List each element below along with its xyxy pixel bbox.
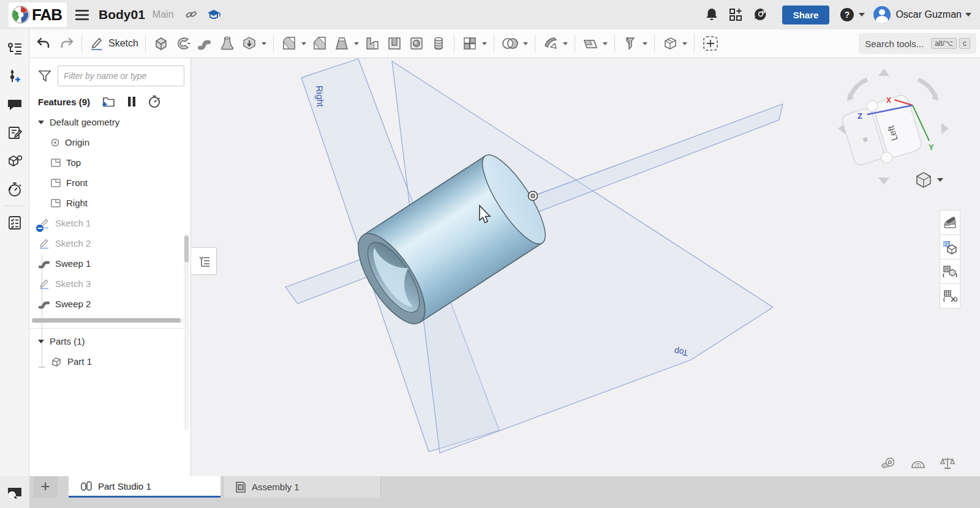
rib-tool-button[interactable] [361,33,383,54]
revolve-tool-button[interactable] [172,33,194,54]
tab-assembly-1[interactable]: Assembly 1 [223,476,381,498]
document-title[interactable]: Body01 [99,7,145,22]
tape-measure-icon[interactable] [881,457,897,470]
chevron-down-icon[interactable] [38,121,44,124]
sketch-icon [38,217,50,230]
tree-item-front-plane[interactable]: Front [29,173,190,193]
checklist-icon[interactable] [0,209,29,237]
shell-tool-button[interactable] [383,33,405,54]
boolean-menu-caret[interactable] [523,42,528,45]
user-name[interactable]: Oscar Guzman [895,9,962,20]
extrude-tool-button[interactable] [150,33,172,54]
help-caret-icon[interactable] [859,13,865,17]
app-logo[interactable]: FAB [9,2,67,27]
tree-item-origin[interactable]: Origin [29,132,190,152]
boolean-tool-button[interactable] [499,34,522,53]
filter-input[interactable] [58,65,184,86]
learning-center-icon[interactable] [207,9,221,21]
chevron-down-icon[interactable] [38,340,44,343]
suppress-pause-icon[interactable] [127,95,137,108]
view-mode-button[interactable] [917,173,943,187]
apps-grid-icon[interactable] [728,7,743,22]
frame-tool-button[interactable] [659,33,681,54]
undo-button[interactable] [33,35,53,52]
tree-item-right-plane[interactable]: Right [29,193,190,213]
tab-search-button[interactable] [0,476,29,508]
user-menu-caret-icon[interactable] [965,13,971,17]
left-rail [0,29,29,508]
tree-group-default-geometry[interactable]: Default geometry [29,112,190,132]
regen-stopwatch-icon[interactable] [148,95,161,108]
tree-item-top-plane[interactable]: Top [29,152,190,173]
history-stopwatch-icon[interactable] [0,175,29,203]
sheet-metal-tool-button[interactable] [619,33,641,54]
tree-item-sweep-1[interactable]: Sweep 1 [29,253,190,274]
graphics-viewport[interactable]: Right Top [191,58,980,476]
linear-pattern-tool-button[interactable] [428,33,450,54]
add-tab-button[interactable]: + [33,476,58,498]
feature-tree-icon[interactable] [0,34,29,62]
loft-tool-button[interactable] [216,33,238,54]
versions-icon[interactable] [0,62,29,91]
user-avatar[interactable] [873,6,891,23]
protractor-icon[interactable] [910,457,926,470]
configured-features-button[interactable] [940,259,960,284]
tree-item-sketch-1[interactable]: Sketch 1 [29,213,190,233]
tree-item-sweep-2[interactable]: Sweep 2 [29,294,190,314]
plane-menu-caret[interactable] [603,42,608,45]
fillet-tool-button[interactable] [278,33,300,54]
tree-group-parts[interactable]: Parts (1) [29,331,190,351]
copy-link-icon[interactable] [185,9,197,21]
help-icon[interactable]: ? [839,7,855,23]
pattern-tool-button[interactable] [459,33,481,54]
main-menu-button[interactable] [75,10,89,20]
view-cube[interactable]: Left ⊞ X Z Y [838,69,949,185]
modify-face-menu-caret[interactable] [563,42,568,45]
hole-tool-button[interactable] [405,33,428,54]
redo-button[interactable] [58,35,77,52]
configured-properties-button[interactable] [940,283,960,308]
thicken-menu-caret[interactable] [262,42,266,45]
new-folder-icon[interactable] [101,95,116,108]
comments-icon[interactable] [0,91,29,119]
tab-part-studio-1[interactable]: Part Studio 1 [69,476,221,498]
ai-assistant-icon[interactable] [753,7,767,22]
configurations-panel-button[interactable] [940,234,960,260]
share-button[interactable]: Share [782,6,830,24]
draft-tool-button[interactable] [331,33,353,54]
tree-list-icon [197,254,211,269]
workspace-name[interactable]: Main [153,9,174,20]
filter-funnel-icon[interactable] [38,70,51,82]
sheet-metal-menu-caret[interactable] [643,42,647,45]
tree-item-sketch-2[interactable]: Sketch 2 [29,233,190,253]
tree-horizontal-scrollbar[interactable] [32,318,186,323]
mass-properties-scale-icon[interactable] [940,457,956,470]
custom-feature-button[interactable] [699,32,722,54]
fillet-menu-caret[interactable] [301,42,306,45]
plane-tool-button[interactable] [579,33,601,54]
appearance-panel-button[interactable] [940,210,960,235]
chamfer-tool-button[interactable] [309,33,331,54]
tree-item-part-1[interactable]: Part 1 [29,351,190,372]
sweep-feature-icon [38,299,50,310]
learning-cube-icon[interactable] [0,147,29,175]
search-tools[interactable]: Search tools... alt/⌥ c [859,33,976,54]
pattern-menu-caret[interactable] [482,42,487,45]
model-canvas[interactable]: Right Top [191,58,980,476]
draft-menu-caret[interactable] [354,42,359,45]
sweep-tool-button[interactable] [194,33,216,54]
notes-icon[interactable] [0,119,29,147]
view-mode-caret-icon[interactable] [937,178,943,182]
sketch-button[interactable]: Sketch [86,34,141,53]
panel-collapse-button[interactable] [191,247,217,275]
tree-item-sketch-3[interactable]: Sketch 3 [29,274,190,294]
svg-text:?: ? [845,10,850,20]
right-plane-label: Right [314,85,326,108]
logo-text: FAB [32,6,62,24]
frame-menu-caret[interactable] [682,42,687,45]
axis-x-label: X [886,96,891,105]
thicken-tool-button[interactable] [238,33,260,54]
modify-face-tool-button[interactable] [540,33,562,54]
origin-marker[interactable] [529,192,538,201]
notifications-bell-icon[interactable] [705,7,718,22]
